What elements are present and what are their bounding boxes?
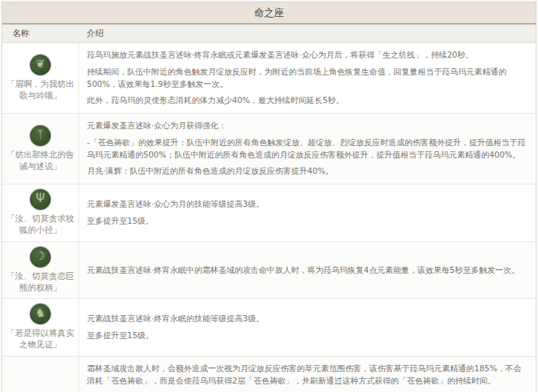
table-row: ᛉ 「纺出那终北的告诫与述说」 元素爆发圣言述咏·众心为月获得强化：-「苍色祷歌… [2, 114, 536, 184]
constellation-name-cell: ♞ 「若是得以将真实之物见证」 [2, 299, 79, 356]
constellation-1-icon: ❦ [30, 55, 51, 75]
constellation-5-icon: ♞ [30, 304, 51, 324]
table-row: ♞ 「若是得以将真实之物见证」 元素战技圣言述咏·终宵永眠的技能等级提高3级。至… [2, 299, 536, 357]
constellation-description-cell: 元素爆发圣言述咏·众心为月获得强化：-「苍色祷歌」的效果提升：队伍中附近的所有角… [79, 114, 536, 184]
description-paragraph: 月兆·满辉：队伍中附近的所有角色造成的月绽放反应伤害提升40%。 [87, 165, 526, 178]
column-header-desc: 介绍 [79, 25, 536, 42]
constellation-description-cell: 元素战技圣言述咏·终宵永眠中的霜林圣域的攻击命中敌人时，将为菈乌玛恢复4点元素能… [79, 242, 536, 299]
constellation-4-icon: ☽ [30, 247, 51, 267]
column-header-name: 名称 [2, 25, 79, 42]
table-row: ☽ 「汝、切莫贪恋巨熊的权柄」 元素战技圣言述咏·终宵永眠中的霜林圣域的攻击命中… [2, 242, 536, 300]
table-row: Ψ 「汝、切莫贪求狡狐的小径」 元素爆发圣言述咏·众心为月的技能等级提高3级。至… [2, 184, 536, 242]
description-paragraph: 霜林圣域攻击敌人时，会额外造成一次视为月绽放反应伤害的草元素范围伤害，该伤害基于… [87, 363, 526, 387]
constellation-2-icon: ᛉ [30, 125, 51, 146]
constellation-description-cell: 菈乌玛施放元素战技圣言述咏·终宵永眠或元素爆发圣言述咏·众心为月后，将获得「生之… [79, 43, 536, 113]
description-paragraph: 元素战技圣言述咏·终宵永眠的技能等级提高3级。 [87, 313, 526, 325]
description-paragraph: -「苍色祷歌」的效果提升：队伍中附近的所有角色触发绽放、超绽放、烈绽放反应时造成… [87, 137, 526, 161]
description-paragraph: 至多提升至15级。 [87, 330, 526, 342]
constellation-name: 「纺出那终北的告诫与述说」 [6, 150, 75, 173]
constellation-name: 「若是得以将真实之物见证」 [6, 328, 75, 351]
description-paragraph: 持续期间，队伍中附近的角色触发月绽放反应时，为附近的当前场上角色恢复生命值，回复… [87, 66, 526, 91]
constellation-name-cell: ☽ 「汝、切莫贪恋巨熊的权柄」 [2, 242, 79, 299]
constellation-description-cell: 元素爆发圣言述咏·众心为月的技能等级提高3级。至多提升至15级。 [79, 184, 536, 241]
description-paragraph: 至多提升至15级。 [87, 215, 526, 228]
description-paragraph: 元素战技圣言述咏·终宵永眠中的霜林圣域的攻击命中敌人时，将为菈乌玛恢复4点元素能… [87, 264, 526, 277]
table-title: 命之座 [2, 2, 536, 25]
constellation-name: 「汝、切莫贪恋巨熊的权柄」 [6, 271, 75, 294]
constellation-description-cell: 元素战技圣言述咏·终宵永眠的技能等级提高3级。至多提升至15级。 [79, 299, 536, 356]
table-row: ❦ 「眉啊，为我纺出歌与吟哦」 菈乌玛施放元素战技圣言述咏·终宵永眠或元素爆发圣… [2, 43, 536, 114]
table-column-header: 名称 介绍 [2, 25, 536, 43]
constellation-name-cell: ❦ 「眉啊，为我纺出歌与吟哦」 [2, 43, 79, 113]
constellation-name: 「汝、切莫贪求狡狐的小径」 [6, 214, 75, 237]
constellation-3-icon: Ψ [30, 189, 51, 210]
constellation-description-cell: 霜林圣域攻击敌人时，会额外造成一次视为月绽放反应伤害的草元素范围伤害，该伤害基于… [79, 357, 536, 392]
table-body: ❦ 「眉啊，为我纺出歌与吟哦」 菈乌玛施放元素战技圣言述咏·终宵永眠或元素爆发圣… [2, 43, 536, 392]
constellation-table: 命之座 名称 介绍 ❦ 「眉啊，为我纺出歌与吟哦」 菈乌玛施放元素战技圣言述咏·… [2, 2, 536, 392]
description-paragraph: 元素爆发圣言述咏·众心为月获得强化： [87, 120, 526, 132]
table-row: ⌛ 「我愿将这血与泪奉予月明」 霜林圣域攻击敌人时，会额外造成一次视为月绽放反应… [2, 357, 536, 392]
description-paragraph: 菈乌玛施放元素战技圣言述咏·终宵永眠或元素爆发圣言述咏·众心为月后，将获得「生之… [87, 49, 526, 61]
constellation-name-cell: ᛉ 「纺出那终北的告诫与述说」 [2, 114, 79, 184]
description-paragraph: 此外，菈乌玛的灵使形态消耗的体力减少40%，最大持续时间延长5秒。 [87, 95, 526, 107]
description-paragraph: 元素爆发圣言述咏·众心为月的技能等级提高3级。 [87, 198, 526, 211]
constellation-name-cell: Ψ 「汝、切莫贪求狡狐的小径」 [2, 184, 79, 241]
constellation-name: 「眉啊，为我纺出歌与吟哦」 [6, 79, 75, 102]
constellation-name-cell: ⌛ 「我愿将这血与泪奉予月明」 [2, 357, 79, 392]
